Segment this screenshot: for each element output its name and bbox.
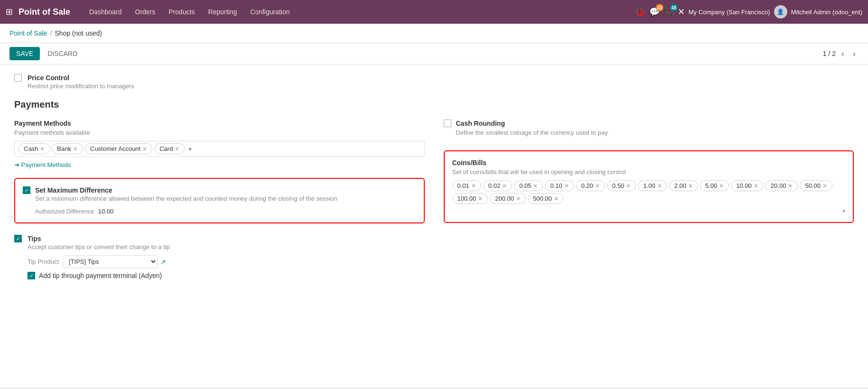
coins-grid: 0.01 ✕ 0.02 ✕ 0.05 ✕ 0.10 ✕ 0.20 ✕ 0.50 … [452,180,846,204]
coin-20.00-remove[interactable]: ✕ [788,183,793,189]
coin-2.00-remove[interactable]: ✕ [688,183,693,189]
coin-0.02: 0.02 ✕ [483,180,512,191]
external-link-icon[interactable]: ↗ [160,258,166,266]
price-control-field: Price Control Restrict price modificatio… [28,74,134,90]
payments-title: Payments [14,99,854,110]
coin-10.00: 10.00 ✕ [731,180,764,191]
coin-0.02-remove[interactable]: ✕ [502,183,507,189]
nav-products[interactable]: Products [163,5,200,19]
action-bar: SAVE DISCARD 1 / 2 ‹ › [0,43,868,65]
payment-methods-tags[interactable]: Cash ✕ Bank ✕ Customer Account ✕ Card ✕ [14,141,425,157]
coin-10.00-remove[interactable]: ✕ [754,183,758,189]
tips-content: Tips Accept customer tips or convert the… [28,235,170,279]
pagination: 1 / 2 ‹ › [823,48,859,60]
chat-icon[interactable]: 💬 33 [649,7,660,17]
price-control-checkbox[interactable] [14,74,22,82]
coin-0.10-remove[interactable]: ✕ [564,183,569,189]
tag-customer-account: Customer Account ✕ [85,143,152,154]
breadcrumb: Point of Sale / Shop (not used) [0,24,868,43]
breadcrumb-separator: / [50,29,52,37]
breadcrumb-current: Shop (not used) [55,29,102,37]
nav-right: 🐞 💬 33 📞 48 ✕ My Company (San Francisco)… [635,5,862,19]
coin-0.20: 0.20 ✕ [576,180,605,191]
coin-5.00: 5.00 ✕ [700,180,729,191]
max-diff-checkbox[interactable]: ✓ [23,186,30,194]
price-control-label: Price Control [28,74,134,82]
avatar[interactable]: 👤 [774,5,787,19]
payments-right-col: Cash Rounding Define the smallest coinag… [444,120,854,223]
coin-0.01-remove[interactable]: ✕ [471,183,476,189]
coins-dropdown-arrow[interactable]: ▾ [842,208,845,214]
next-button[interactable]: › [850,48,859,60]
tips-checkbox[interactable]: ✓ [14,235,22,242]
coins-bills-box: Coins/Bills Set of coins/bills that will… [444,150,854,223]
add-tip-row: ✓ Add tip through payment terminal (Adye… [28,272,170,279]
save-button[interactable]: SAVE [9,47,40,60]
nav-reporting[interactable]: Reporting [203,5,243,19]
coin-0.01: 0.01 ✕ [452,180,481,191]
tag-cash-remove[interactable]: ✕ [40,146,45,152]
company-name: My Company (San Francisco) [689,9,770,16]
coin-1.00: 1.00 ✕ [638,180,667,191]
add-tip-checkbox[interactable]: ✓ [28,272,35,279]
pagination-text: 1 / 2 [823,50,836,57]
app-title: Point of Sale [19,7,70,17]
payment-methods-section: Payment Methods Payment methods availabl… [14,120,425,168]
nav-dashboard[interactable]: Dashboard [84,5,128,19]
cash-rounding-checkbox[interactable] [444,120,451,127]
cash-rounding-label: Cash Rounding [456,120,608,127]
coin-50.00-remove[interactable]: ✕ [822,183,827,189]
auth-diff-row: Authorized Difference 10.00 [35,208,416,215]
coin-0.50: 0.50 ✕ [607,180,636,191]
add-tip-label: Add tip through payment terminal (Adyen) [39,272,162,279]
tags-dropdown-arrow[interactable]: ▾ [188,145,192,153]
max-diff-box: ✓ Set Maximum Difference Set a maximum d… [14,178,425,223]
coin-200.00: 200.00 ✕ [490,193,526,204]
payment-methods-link[interactable]: ➜ Payment Methods [14,161,71,168]
price-control-row: Price Control Restrict price modificatio… [14,74,854,90]
prev-button[interactable]: ‹ [839,48,847,60]
cash-rounding-section: Cash Rounding Define the smallest coinag… [444,120,854,141]
payments-two-col: Payment Methods Payment methods availabl… [14,120,854,223]
auth-diff-value: 10.00 [98,208,114,215]
discard-button[interactable]: DISCARD [44,47,81,60]
nav-links: Dashboard Orders Products Reporting Conf… [84,5,631,19]
coins-bills-label: Coins/Bills [452,159,846,167]
close-icon[interactable]: ✕ [678,7,685,17]
tip-product-row: Tip Product [TIPS] Tips ↗ [28,255,170,268]
user-name: Mitchell Admin (odoo_ent) [791,9,862,16]
tip-product-select[interactable]: [TIPS] Tips [63,255,158,268]
max-diff-row: ✓ Set Maximum Difference Set a maximum d… [23,186,416,215]
max-diff-content: Set Maximum Difference Set a maximum dif… [35,186,416,215]
tag-bank-remove[interactable]: ✕ [73,146,78,152]
price-control-desc: Restrict price modification to managers [28,83,134,90]
tag-card-remove[interactable]: ✕ [175,146,179,152]
tips-desc: Accept customer tips or convert their ch… [28,243,170,250]
main-content: Price Control Restrict price modificatio… [0,65,868,387]
coin-1.00-remove[interactable]: ✕ [657,183,662,189]
coin-50.00: 50.00 ✕ [800,180,832,191]
bug-icon[interactable]: 🐞 [635,7,645,17]
tag-customer-account-remove[interactable]: ✕ [142,146,147,152]
coin-0.05-remove[interactable]: ✕ [533,183,538,189]
coin-100.00: 100.00 ✕ [452,193,488,204]
cash-rounding-desc: Define the smallest coinage of the curre… [456,129,608,136]
coin-5.00-remove[interactable]: ✕ [719,183,724,189]
coin-200.00-remove[interactable]: ✕ [516,195,521,202]
nav-orders[interactable]: Orders [130,5,161,19]
top-navigation: ⊞ Point of Sale Dashboard Orders Product… [0,0,868,24]
breadcrumb-parent[interactable]: Point of Sale [9,29,47,37]
coin-0.50-remove[interactable]: ✕ [626,183,631,189]
coin-0.20-remove[interactable]: ✕ [595,183,600,189]
chat-badge: 33 [656,4,663,11]
cash-rounding-content: Cash Rounding Define the smallest coinag… [456,120,608,141]
phone-badge: 48 [670,4,678,11]
nav-configuration[interactable]: Configuration [244,5,295,19]
tips-section: ✓ Tips Accept customer tips or convert t… [14,235,854,279]
grid-icon[interactable]: ⊞ [6,7,13,17]
coin-2.00: 2.00 ✕ [669,180,698,191]
coin-500.00-remove[interactable]: ✕ [554,195,559,202]
phone-icon[interactable]: 📞 48 [663,7,674,17]
payment-methods-label: Payment Methods [14,120,425,127]
coin-100.00-remove[interactable]: ✕ [478,195,483,202]
